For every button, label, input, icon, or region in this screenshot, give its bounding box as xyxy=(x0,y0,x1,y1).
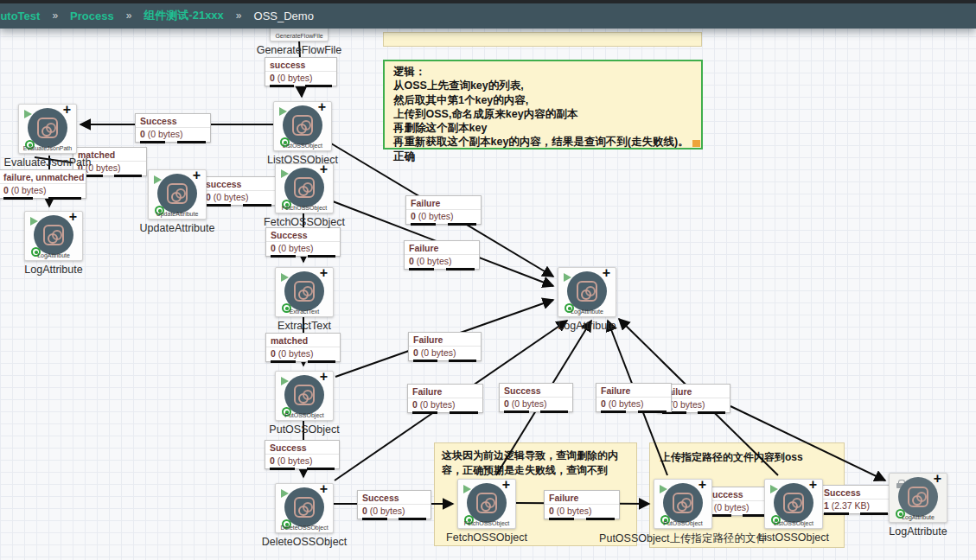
note-top-strip[interactable] xyxy=(383,32,702,47)
plus-icon[interactable]: + xyxy=(320,265,328,281)
processor-type-label: LogAttribute xyxy=(15,252,92,258)
processor-name-label: LogAttribute xyxy=(889,525,947,538)
note-logic-line: 再重新获取这个副本key的内容，结果是查询不到(走失败线)。正确 xyxy=(393,135,692,163)
processor-type-label: PutOSSObject xyxy=(265,412,343,418)
processor-type-label: ExtractText xyxy=(265,309,343,315)
processor-glyph-icon xyxy=(294,497,315,518)
processor-name-label: FetchOSSObject xyxy=(264,216,345,228)
processor-type-label: FetchOSSObject xyxy=(448,520,526,526)
processor-type-label: ListOSSObject xyxy=(755,520,832,526)
breadcrumb-item-group[interactable]: 组件测试-21xxx xyxy=(144,8,223,23)
connection-label-c10[interactable]: Failure0 (0 bytes) xyxy=(408,332,482,361)
breadcrumb-separator: » xyxy=(52,10,58,22)
flowfile-count: 0 (0 bytes) xyxy=(406,210,481,224)
relationship-name: Failure xyxy=(545,491,619,505)
plus-icon[interactable]: + xyxy=(502,477,510,493)
processor-name-label: PutOSSObject上传指定路径的文件 xyxy=(599,531,767,546)
processor-type-label: EvaluateJsonPath xyxy=(9,145,86,151)
relationship-name: Failure xyxy=(408,385,482,398)
note-logic-line: 上传到OSS,命名成原来key内容的副本 xyxy=(393,107,692,121)
plus-icon[interactable]: + xyxy=(320,481,328,497)
connection-label-c4[interactable]: failure, unmatched0 (0 bytes) xyxy=(0,169,86,199)
breadcrumb-separator: » xyxy=(236,10,242,22)
processor-deleteossobject[interactable]: +DeleteOSSObjectDeleteOSSObject xyxy=(275,483,334,533)
processor-glyph-icon xyxy=(37,118,58,138)
processor-glyph-icon xyxy=(292,115,313,136)
plus-icon[interactable]: + xyxy=(318,99,326,115)
plus-icon[interactable]: + xyxy=(603,265,610,281)
breadcrumb: AutoTest » Process » 组件测试-21xxx » OSS_De… xyxy=(0,8,314,23)
breadcrumb-item-current: OSS_Demo xyxy=(254,10,314,22)
plus-icon[interactable]: + xyxy=(934,471,941,487)
plus-icon[interactable]: + xyxy=(193,168,201,183)
relationship-name: success xyxy=(201,177,276,191)
processor-extracttext[interactable]: +ExtractTextExtractText xyxy=(275,267,334,317)
processor-putossobject[interactable]: +PutOSSObjectPutOSSObject xyxy=(275,371,334,421)
connection-label-c16[interactable]: Success0 (0 bytes) xyxy=(357,490,431,519)
processor-type-label: FetchOSSObject xyxy=(265,205,343,211)
processor-type-label: LogAttribute xyxy=(879,514,957,520)
relationship-name: Success xyxy=(266,228,340,242)
processor-logattribute-center[interactable]: +LogAttributeLogAttribute xyxy=(558,267,616,317)
connection-label-c13[interactable]: Failure0 (0 bytes) xyxy=(596,383,672,412)
plus-icon[interactable]: + xyxy=(320,369,328,385)
processor-type-label: GenerateFlowFile xyxy=(260,33,338,39)
plus-icon[interactable]: + xyxy=(320,162,328,177)
processor-glyph-icon xyxy=(783,493,804,513)
note-text: 上传指定路径的文件内容到oss xyxy=(660,451,803,463)
connection-label-c6[interactable]: Success0 (0 bytes) xyxy=(265,227,341,257)
flowfile-count: 0 (0 bytes) xyxy=(265,72,336,86)
note-logic-line: 从OSS上先查询key的列表, xyxy=(393,79,692,92)
relationship-name: success xyxy=(265,58,336,72)
processor-name-label: UpdateAttribute xyxy=(140,222,215,234)
header-bar: AutoTest » Process » 组件测试-21xxx » OSS_De… xyxy=(0,0,976,29)
note-text: 这块因为前边逻辑导致，查询删除的内容，正确预期是走失败线，查询不到 xyxy=(442,449,618,476)
processor-name-label: EvaluateJsonPath xyxy=(4,156,92,169)
relationship-name: failure, unmatched xyxy=(0,170,86,184)
plus-icon[interactable]: + xyxy=(699,477,706,493)
processor-putossobject-2[interactable]: +PutOSSObjectPutOSSObject上传指定路径的文件 xyxy=(654,479,712,529)
plus-icon[interactable]: + xyxy=(809,477,817,493)
connection-label-c5[interactable]: success0 (0 bytes) xyxy=(201,176,277,206)
header-top-strip xyxy=(0,0,976,3)
processor-logattribute-right[interactable]: +LogAttributeLogAttribute xyxy=(889,473,947,523)
processor-updateattribute[interactable]: +UpdateAttributeUpdateAttribute xyxy=(148,169,207,220)
breadcrumb-item-process[interactable]: Process xyxy=(70,10,114,22)
processor-fetchossobject[interactable]: +FetchOSSObjectFetchOSSObject xyxy=(275,163,334,213)
connection-label-c12[interactable]: Success0 (0 bytes) xyxy=(499,383,573,412)
processor-listossobject-2[interactable]: +ListOSSObjectListOSSObject xyxy=(764,479,823,529)
breadcrumb-item-autotest[interactable]: AutoTest xyxy=(0,10,40,22)
flow-canvas-stage: 逻辑： 从OSS上先查询key的列表, 然后取其中第1个key的内容, 上传到O… xyxy=(0,0,976,560)
flowfile-count: 0 (0 bytes) xyxy=(500,398,572,411)
connection-label-c7[interactable]: Failure0 (0 bytes) xyxy=(405,195,482,225)
processor-name-label: LogAttribute xyxy=(558,320,616,332)
connection-label-c1[interactable]: success0 (0 bytes) xyxy=(265,57,337,86)
relationship-name: Success xyxy=(265,441,339,455)
processor-evaluatejsonpath[interactable]: +EvaluateJsonPathEvaluateJsonPath xyxy=(18,104,77,154)
connection-label-c19[interactable]: Success1 (2.37 KB) xyxy=(819,485,893,514)
processor-type-label: DeleteOSSObject xyxy=(265,525,343,531)
note-logic[interactable]: 逻辑： 从OSS上先查询key的列表, 然后取其中第1个key的内容, 上传到O… xyxy=(383,60,703,150)
processor-name-label: LogAttribute xyxy=(24,264,82,276)
processor-glyph-icon xyxy=(476,493,497,513)
processor-logattribute-left[interactable]: +LogAttributeLogAttribute xyxy=(24,211,83,261)
connection-label-c2[interactable]: Success0 (0 bytes) xyxy=(135,113,211,143)
plus-icon[interactable]: + xyxy=(69,209,77,225)
processor-listossobject[interactable]: +ListOSSObjectListOSSObject xyxy=(273,101,332,151)
flowfile-count: 0 (0 bytes) xyxy=(265,455,339,468)
connection-label-c8[interactable]: Failure0 (0 bytes) xyxy=(404,240,480,270)
processor-glyph-icon xyxy=(43,225,64,245)
processor-glyph-icon xyxy=(294,177,315,198)
connection-label-c17[interactable]: Failure0 (0 bytes) xyxy=(544,490,620,519)
processor-fetchossobject-2[interactable]: +FetchOSSObjectFetchOSSObject xyxy=(457,479,516,529)
resize-handle[interactable] xyxy=(692,140,700,147)
flowfile-count: 0 (0 bytes) xyxy=(358,505,431,519)
relationship-name: Failure xyxy=(405,241,479,255)
connection-label-c9[interactable]: matched0 (0 bytes) xyxy=(265,333,341,362)
processor-glyph-icon xyxy=(673,493,693,513)
connection-label-c11[interactable]: Failure0 (0 bytes) xyxy=(407,384,483,413)
connection-label-c15[interactable]: Success0 (0 bytes) xyxy=(265,440,340,469)
plus-icon[interactable]: + xyxy=(63,102,71,118)
flowfile-count: 0 (0 bytes) xyxy=(266,242,340,256)
flowfile-count: 0 (0 bytes) xyxy=(596,398,671,411)
